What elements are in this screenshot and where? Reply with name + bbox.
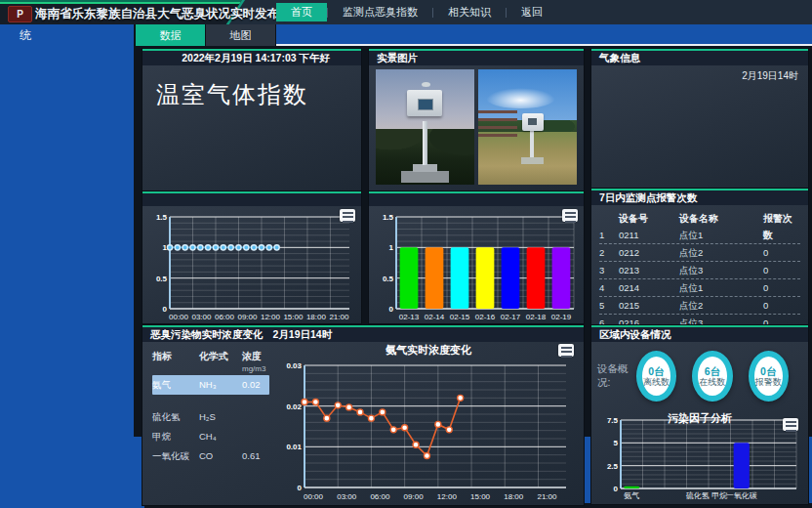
chart-menu-icon[interactable] xyxy=(783,418,798,431)
photo-pedestal-base xyxy=(401,171,448,183)
table-cell: 0 xyxy=(763,279,800,296)
svg-text:0.02: 0.02 xyxy=(286,402,302,411)
svg-text:5: 5 xyxy=(614,439,619,447)
odor-header: 恶臭污染物实时浓度变化 2月19日14时 xyxy=(142,327,584,342)
table-row: 硫化氢H₂S xyxy=(152,407,269,427)
table-cell: 3 xyxy=(599,262,619,278)
tab-2[interactable]: 地图 xyxy=(206,24,275,46)
table-cell: 0211 xyxy=(619,227,679,243)
dashboard-root: P 海南省乐东黎族自治县大气恶臭状况实时发布系 首页监测点恶臭指数相关知识返回 … xyxy=(0,0,812,508)
tab-1[interactable]: 数据 xyxy=(136,24,205,46)
alarm-table-header: 设备号设备名称报警次数 xyxy=(599,210,800,227)
svg-text:12:00: 12:00 xyxy=(437,492,458,501)
alarm-table-body: 10211点位1020212点位2030213点位3040214点位105021… xyxy=(599,227,800,332)
greeting-header: 2022年2月19日 14:17:03 下午好 xyxy=(142,51,361,65)
ammonia-trend-svg: 00:0003:0006:0009:0012:0015:0018:0021:00… xyxy=(275,360,580,501)
table-cell: 4 xyxy=(599,279,619,296)
svg-text:18:00: 18:00 xyxy=(306,313,327,321)
svg-text:硫化氢: 硫化氢 xyxy=(686,491,710,500)
photo-pole xyxy=(423,121,427,165)
panel-device-status: 区域内设备情况 设备概况: 0台离线数6台在线数0台报警数 污染因子分析 氨气硫… xyxy=(591,325,808,504)
main-nav: 首页监测点恶臭指数相关知识返回 xyxy=(276,3,557,21)
panel-daily-odor-index: 02-1302-1402-1502-1602-1702-1802-1900.51… xyxy=(369,191,584,323)
svg-text:0: 0 xyxy=(614,485,619,493)
svg-text:氨气: 氨气 xyxy=(624,491,639,500)
chart-menu-icon[interactable] xyxy=(558,344,574,357)
svg-text:21:00: 21:00 xyxy=(329,313,349,321)
station-photo-field xyxy=(478,69,577,185)
svg-text:02-14: 02-14 xyxy=(425,313,445,321)
stat-circle-1: 0台离线数 xyxy=(636,351,676,402)
table-cell: 0.61 xyxy=(242,446,269,466)
svg-text:06:00: 06:00 xyxy=(215,313,235,321)
panel-greeting: 2022年2月19日 14:17:03 下午好 温室气体指数 xyxy=(142,49,361,190)
nav-item-4[interactable]: 返回 xyxy=(507,3,557,21)
svg-text:15:00: 15:00 xyxy=(283,313,304,321)
table-cell: NH₃ xyxy=(199,375,242,395)
svg-text:2.5: 2.5 xyxy=(607,462,619,471)
stat-label: 离线数 xyxy=(643,377,670,388)
table-cell: 0214 xyxy=(619,279,679,296)
column-header: 浓度mg/m3 xyxy=(242,350,269,375)
table-cell: 氨气 xyxy=(152,375,199,395)
nav-item-1[interactable]: 首页 xyxy=(276,3,327,21)
table-row: 50215点位20 xyxy=(599,297,800,315)
photos-title: 实景图片 xyxy=(377,51,418,65)
svg-text:02-13: 02-13 xyxy=(399,313,420,321)
svg-text:02-16: 02-16 xyxy=(475,313,496,321)
photo-cabinet-screen xyxy=(418,99,433,110)
datetime-text: 2022年2月19日 14:17:03 下午好 xyxy=(182,51,353,65)
daily-chart-header xyxy=(369,193,584,206)
chart-menu-icon[interactable] xyxy=(340,209,355,222)
nav-item-2[interactable]: 监测点恶臭指数 xyxy=(328,3,432,21)
table-cell: 一氧化碳 xyxy=(152,446,199,466)
svg-text:02-17: 02-17 xyxy=(501,313,521,321)
nav-item-3[interactable]: 相关知识 xyxy=(433,3,506,21)
stat-label: 在线数 xyxy=(699,377,725,388)
stat-value: 0台 xyxy=(760,365,776,377)
odor-table-header: 指标化学式浓度mg/m3 xyxy=(152,350,269,375)
panel-alarm-counts: 7日内监测点报警次数 设备号设备名称报警次数 10211点位1020212点位2… xyxy=(591,189,808,324)
table-cell: CO xyxy=(199,446,242,466)
table-cell: 0 xyxy=(763,297,800,314)
svg-text:1: 1 xyxy=(389,243,394,252)
photo-cloud xyxy=(486,88,555,108)
table-cell xyxy=(242,407,269,427)
svg-text:0: 0 xyxy=(389,305,394,314)
odor-table-body: 氨气NH₃0.02硫化氢H₂S甲烷CH₄一氧化碳CO0.61 xyxy=(152,375,269,466)
column-header: 指标 xyxy=(152,350,199,375)
svg-text:0.01: 0.01 xyxy=(286,443,302,451)
table-row: 20212点位20 xyxy=(599,244,800,262)
panel-photos: 实景图片 xyxy=(369,49,584,190)
ammonia-chart-column: 氨气实时浓度变化 00:0003:0006:0009:0012:0015:001… xyxy=(273,342,584,503)
logo-icon: P xyxy=(17,10,23,20)
devices-header: 区域内设备情况 xyxy=(591,327,808,342)
svg-text:03:00: 03:00 xyxy=(191,313,212,321)
table-cell: 点位2 xyxy=(679,244,763,261)
alarms-title: 7日内监测点报警次数 xyxy=(599,190,697,205)
panel-odor-concentration: 恶臭污染物实时浓度变化 2月19日14时 指标化学式浓度mg/m3 氨气NH₃0… xyxy=(142,325,584,505)
station-photo-dusk xyxy=(376,69,474,185)
pollution-factor-svg: 氨气硫化氢甲烷一氧化碳02.557.5 xyxy=(597,416,802,500)
photo-monitor-cabinet xyxy=(407,90,442,116)
svg-text:02-19: 02-19 xyxy=(551,313,572,321)
stat-value: 0台 xyxy=(648,365,664,377)
odor-table: 指标化学式浓度mg/m3 氨气NH₃0.02硫化氢H₂S甲烷CH₄一氧化碳CO0… xyxy=(142,342,273,503)
odor-date: 2月19日14时 xyxy=(273,327,333,342)
svg-text:21:00: 21:00 xyxy=(537,492,557,501)
table-row: 一氧化碳CO0.61 xyxy=(152,446,269,466)
table-row: 40214点位10 xyxy=(599,279,800,297)
table-cell: 0.02 xyxy=(242,375,269,395)
table-cell xyxy=(242,427,269,446)
table-cell: 0215 xyxy=(619,297,679,314)
photo-monitor-cabinet xyxy=(522,113,544,131)
chart-menu-icon[interactable] xyxy=(562,209,578,222)
table-row: 氨气NH₃0.02 xyxy=(152,375,269,395)
app-title: 海南省乐东黎族自治县大气恶臭状况实时发布系 xyxy=(35,4,292,24)
photo-cabinet-screen xyxy=(528,118,537,125)
stat-value: 6台 xyxy=(705,365,720,377)
ammonia-trend-chart: 00:0003:0006:0009:0012:0015:0018:0021:00… xyxy=(275,360,580,501)
table-cell: 2 xyxy=(599,244,619,261)
table-cell: 0 xyxy=(763,262,800,278)
sidebar xyxy=(0,46,134,508)
